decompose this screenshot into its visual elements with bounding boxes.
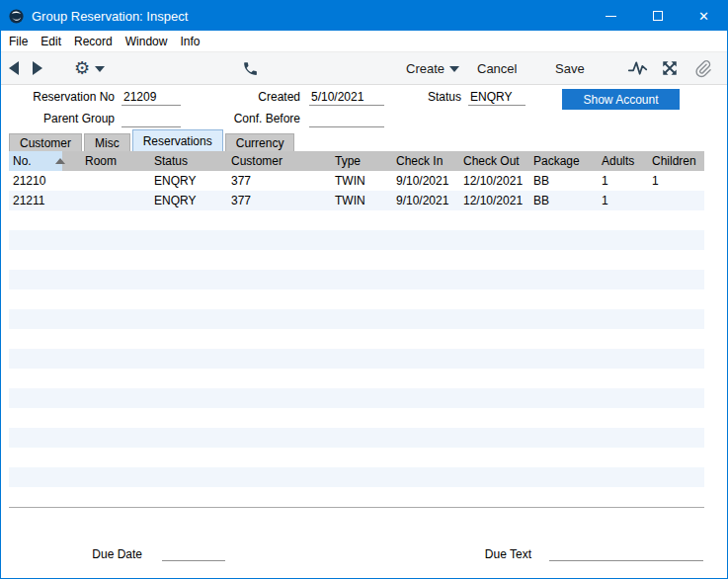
column-header-check-out[interactable]: Check Out <box>463 151 520 171</box>
table-row-empty[interactable] <box>9 408 704 428</box>
attachments-button[interactable] <box>693 52 712 84</box>
column-header-type[interactable]: Type <box>335 151 361 171</box>
due-date-label: Due Date <box>60 547 142 562</box>
created-label: Created <box>179 90 300 105</box>
table-cell: 9/10/2021 <box>396 171 448 191</box>
menu-item-file[interactable]: File <box>9 32 35 51</box>
table-cell: 12/10/2021 <box>463 191 523 210</box>
column-header-no-[interactable]: No. <box>13 151 32 171</box>
column-header-customer[interactable]: Customer <box>231 151 283 171</box>
table-cell: 377 <box>231 191 251 210</box>
forward-arrow-icon <box>33 61 42 75</box>
column-header-adults[interactable]: Adults <box>602 151 634 171</box>
menu-item-window[interactable]: Window <box>125 32 175 51</box>
column-header-room[interactable]: Room <box>85 151 117 171</box>
table-cell: ENQRY <box>154 171 196 191</box>
tab-misc[interactable]: Misc <box>84 133 130 151</box>
cancel-button-label: Cancel <box>477 61 517 76</box>
tab-currency[interactable]: Currency <box>225 133 295 151</box>
back-arrow-icon <box>9 61 19 75</box>
column-header-check-in[interactable]: Check In <box>396 151 443 171</box>
table-row-empty[interactable] <box>9 230 704 250</box>
table-cell: 9/10/2021 <box>396 191 448 210</box>
tab-customer[interactable]: Customer <box>9 133 82 151</box>
table-row-empty[interactable] <box>9 448 704 467</box>
conf-before-field[interactable] <box>309 112 384 127</box>
table-row-empty[interactable] <box>9 487 704 507</box>
menu-item-info[interactable]: Info <box>180 32 206 51</box>
activity-button[interactable] <box>627 52 648 84</box>
app-logo-icon <box>8 8 25 25</box>
save-button[interactable]: Save <box>555 52 585 84</box>
conf-before-label: Conf. Before <box>179 112 300 126</box>
table-cell: TWIN <box>335 171 365 191</box>
table-cell: 1 <box>602 191 608 210</box>
table-row[interactable]: 21210ENQRY377TWIN9/10/202112/10/2021BB11 <box>9 171 704 191</box>
table-cell: 21211 <box>13 191 44 210</box>
chevron-down-icon <box>95 66 105 72</box>
minimize-button[interactable] <box>588 1 634 31</box>
table-row-empty[interactable] <box>9 290 704 309</box>
table-bottom-border <box>9 507 704 508</box>
table-cell: 1 <box>602 171 608 191</box>
due-text-field[interactable] <box>549 546 703 561</box>
minimize-icon <box>606 16 616 17</box>
nav-forward-button[interactable] <box>33 52 42 84</box>
column-header-package[interactable]: Package <box>533 151 580 171</box>
operations-menu-button[interactable]: ⚙ <box>74 52 105 84</box>
table-row-empty[interactable] <box>9 428 704 448</box>
table-row-empty[interactable] <box>9 210 704 230</box>
table-row-empty[interactable] <box>9 250 704 270</box>
column-header-children[interactable]: Children <box>652 151 696 171</box>
phone-button[interactable] <box>242 52 259 84</box>
status-field[interactable]: ENQRY <box>468 90 526 106</box>
table-cell: 12/10/2021 <box>463 171 523 191</box>
table-cell: BB <box>533 191 549 210</box>
close-button[interactable]: ✕ <box>681 1 727 31</box>
paperclip-icon <box>693 59 712 78</box>
table-cell: 21210 <box>13 171 45 191</box>
due-date-field[interactable] <box>162 546 225 561</box>
activity-pulse-icon <box>627 58 648 79</box>
expand-button[interactable] <box>661 52 679 84</box>
column-header-status[interactable]: Status <box>154 151 188 171</box>
table-row-empty[interactable] <box>9 388 704 408</box>
table-row-empty[interactable] <box>9 467 704 487</box>
tab-reservations[interactable]: Reservations <box>132 129 223 151</box>
create-button[interactable]: Create <box>406 52 459 84</box>
table-body: 21210ENQRY377TWIN9/10/202112/10/2021BB11… <box>9 171 704 507</box>
title-bar: Group Reservation: Inspect ✕ <box>1 1 727 31</box>
table-cell: ENQRY <box>154 191 196 210</box>
table-row-empty[interactable] <box>9 349 704 369</box>
table-cell: 1 <box>652 171 659 191</box>
gear-icon: ⚙ <box>74 59 90 77</box>
maximize-button[interactable] <box>634 1 681 31</box>
nav-back-button[interactable] <box>9 52 19 84</box>
created-field[interactable]: 5/10/2021 <box>309 90 384 106</box>
chevron-down-icon <box>449 66 459 72</box>
toolbar: ⚙ Create Cancel Save <box>1 52 727 85</box>
cancel-button[interactable]: Cancel <box>477 52 517 84</box>
reservation-no-label: Reservation No <box>1 90 115 105</box>
table-row-empty[interactable] <box>9 369 704 388</box>
table-row-empty[interactable] <box>9 270 704 290</box>
window-controls: ✕ <box>588 1 727 31</box>
window-title: Group Reservation: Inspect <box>32 9 188 24</box>
create-button-label: Create <box>406 61 445 76</box>
reservation-no-field[interactable]: 21209 <box>121 90 181 106</box>
table-row-empty[interactable] <box>9 329 704 349</box>
tab-bar: CustomerMiscReservationsCurrency <box>9 129 296 151</box>
menu-item-edit[interactable]: Edit <box>40 32 68 51</box>
show-account-button[interactable]: Show Account <box>562 89 680 110</box>
menu-item-record[interactable]: Record <box>74 32 120 51</box>
close-icon: ✕ <box>698 10 709 23</box>
menu-bar: FileEditRecordWindowInfo <box>1 31 727 52</box>
table-row-empty[interactable] <box>9 309 704 329</box>
app-window: Group Reservation: Inspect ✕ FileEditRec… <box>0 0 728 579</box>
table-row[interactable]: 21211ENQRY377TWIN9/10/202112/10/2021BB1 <box>9 191 704 210</box>
phone-icon <box>242 60 259 77</box>
status-label: Status <box>376 90 461 105</box>
parent-group-field[interactable] <box>121 112 181 127</box>
table-cell: TWIN <box>335 191 365 210</box>
maximize-icon <box>653 11 663 21</box>
